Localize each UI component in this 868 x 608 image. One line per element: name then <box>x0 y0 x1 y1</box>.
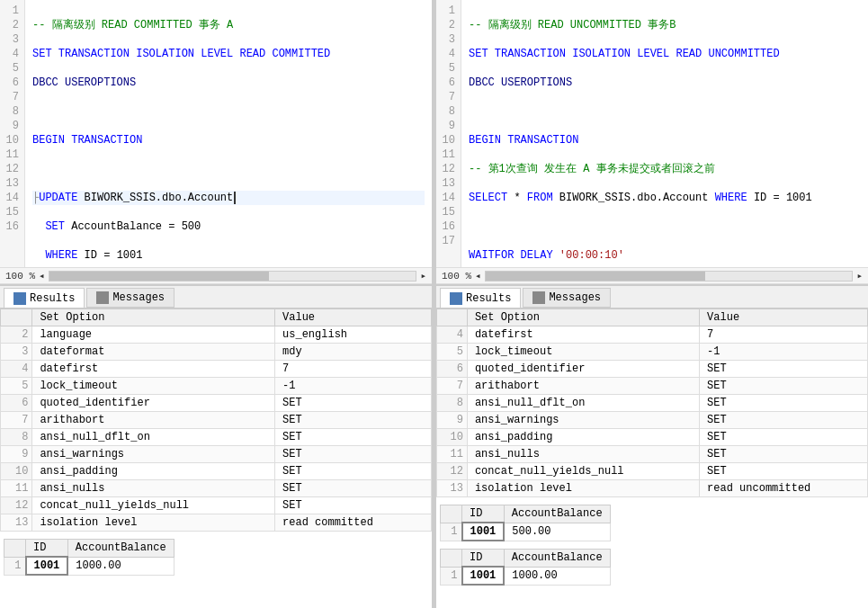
col-set-option: Set Option <box>467 309 699 326</box>
cell-set-option: arithabort <box>32 412 275 429</box>
left-code-scroll[interactable]: 1234 5678 9101112 13141516 -- 隔离级别 READ … <box>0 0 432 267</box>
cell-value: 7 <box>275 361 432 378</box>
row-num: 8 <box>1 429 32 446</box>
cell-set-option: arithabort <box>467 378 699 395</box>
cell-set-option: lock_timeout <box>467 344 699 361</box>
col-id: ID <box>26 540 68 558</box>
cell-set-option: isolation level <box>467 480 699 497</box>
right-scrollbar[interactable] <box>485 271 854 282</box>
code-keyword: SET <box>45 220 65 233</box>
right-zoom-right-icon[interactable]: ▸ <box>856 270 863 282</box>
cell-value: read committed <box>275 514 432 532</box>
code-text <box>32 249 45 262</box>
table-row: 1 1001 500.00 <box>441 523 611 541</box>
row-num: 1 <box>441 523 462 541</box>
row-num: 6 <box>1 395 32 412</box>
col-row-num <box>441 505 462 523</box>
left-results-tab[interactable]: Results <box>4 288 85 308</box>
left-results-table[interactable]: Set Option Value 2languageus_english 3da… <box>0 308 432 608</box>
left-messages-tab[interactable]: Messages <box>86 288 174 308</box>
code-keyword: WHERE <box>45 249 77 262</box>
cell-set-option: ansi_null_dflt_on <box>467 395 699 412</box>
code-keyword: BEGIN TRANSACTION <box>32 134 142 147</box>
right-code-content: -- 隔离级别 READ UNCOMMITTED 事务B SET TRANSAC… <box>461 0 868 267</box>
row-num: 9 <box>1 446 32 463</box>
code-keyword: SET TRANSACTION ISOLATION LEVEL READ COM… <box>32 48 330 60</box>
table-row: 2languageus_english <box>1 326 432 344</box>
code-text: * <box>507 192 527 204</box>
results-tab-icon <box>13 292 26 305</box>
cell-value: SET <box>700 361 868 378</box>
cell-value: mdy <box>275 344 432 361</box>
cell-set-option: dateformat <box>32 344 275 361</box>
cell-set-option: concat_null_yields_null <box>32 497 275 514</box>
bottom-panel: Results Messages Set Option Value 2langu… <box>0 284 868 608</box>
cell-set-option: ansi_nulls <box>467 446 699 463</box>
left-scrollbar[interactable] <box>49 271 417 282</box>
code-text <box>32 220 45 233</box>
right-results-label: Results <box>466 292 511 305</box>
table-row: 12concat_null_yields_nullSET <box>437 463 868 480</box>
cell-set-option: datefirst <box>32 361 275 378</box>
right-zoom-bar: 100 % ◂ ▸ <box>436 267 868 284</box>
code-text: ID = 1001 <box>77 249 142 262</box>
code-text: AccountBalance = 500 <box>65 220 201 233</box>
right-zoom-left-icon[interactable]: ◂ <box>475 270 481 282</box>
table-row: 3dateformatmdy <box>1 344 432 361</box>
table-row: 9ansi_warningsSET <box>1 446 432 463</box>
col-row-num <box>4 540 26 558</box>
left-line-numbers: 1234 5678 9101112 13141516 <box>0 0 25 267</box>
table-row: 7arithabortSET <box>437 378 868 395</box>
cell-balance: 500.00 <box>504 523 610 541</box>
cell-set-option: ansi_padding <box>467 429 699 446</box>
right-results-tab-icon <box>450 292 462 305</box>
table-row: 6quoted_identifierSET <box>1 395 432 412</box>
code-keyword: SET TRANSACTION ISOLATION LEVEL READ UNC… <box>469 48 780 60</box>
row-num: 6 <box>437 361 468 378</box>
row-num: 10 <box>437 429 468 446</box>
table-row: 10ansi_paddingSET <box>1 463 432 480</box>
right-account-table-1: ID AccountBalance 1 1001 500.00 <box>440 505 611 541</box>
right-line-numbers: 1234 5678 9101112 1314151617 <box>436 0 461 267</box>
cell-set-option: concat_null_yields_null <box>467 463 699 480</box>
row-num: 1 <box>441 567 462 585</box>
right-results-tab[interactable]: Results <box>440 288 521 308</box>
left-code-area: 1234 5678 9101112 13141516 -- 隔离级别 READ … <box>0 0 432 284</box>
row-num: 10 <box>1 463 32 480</box>
row-num: 11 <box>437 446 468 463</box>
cell-value: SET <box>700 395 868 412</box>
right-results-table[interactable]: Set Option Value 4datefirst7 5lock_timeo… <box>436 308 868 608</box>
left-results-label: Results <box>30 292 75 305</box>
main-area: 1234 5678 9101112 13141516 -- 隔离级别 READ … <box>0 0 868 284</box>
col-account-balance: AccountBalance <box>67 540 174 558</box>
left-zoom-icon[interactable]: ◂ <box>39 270 45 282</box>
col-id: ID <box>462 505 505 523</box>
cell-value: us_english <box>275 326 432 344</box>
cell-value: SET <box>275 412 432 429</box>
row-num: 12 <box>437 463 468 480</box>
row-num: 1 <box>4 557 26 575</box>
code-text: BIWORK_SSIS.dbo.Account <box>77 192 233 204</box>
right-messages-label: Messages <box>549 291 601 304</box>
col-account-balance: AccountBalance <box>504 505 610 523</box>
code-keyword: UPDATE <box>39 192 77 204</box>
table-row: 1 1001 1000.00 <box>441 567 611 585</box>
table-row: 9ansi_warningsSET <box>437 412 868 429</box>
right-messages-tab-icon <box>532 291 545 304</box>
code-fn: DBCC USEROPTIONS <box>469 76 572 89</box>
row-num: 4 <box>437 326 468 344</box>
code-keyword: BEGIN TRANSACTION <box>469 134 578 147</box>
left-zoom-level: 100 % <box>5 271 35 282</box>
right-code-scroll[interactable]: 1234 5678 9101112 1314151617 -- 隔离级别 REA… <box>436 0 868 267</box>
col-set-option: Set Option <box>32 309 275 326</box>
right-scroll-icon[interactable]: ▸ <box>420 270 426 282</box>
col-row-num <box>437 309 468 326</box>
right-messages-tab[interactable]: Messages <box>523 288 611 308</box>
row-num: 7 <box>1 412 32 429</box>
row-num: 2 <box>1 326 32 344</box>
cursor-line: ├UPDATE BIWORK_SSIS.dbo.Account <box>32 191 425 205</box>
cell-set-option: lock_timeout <box>32 378 275 395</box>
table-row: 8ansi_null_dflt_onSET <box>1 429 432 446</box>
code-keyword: SELECT <box>469 192 507 204</box>
col-value: Value <box>275 309 432 326</box>
